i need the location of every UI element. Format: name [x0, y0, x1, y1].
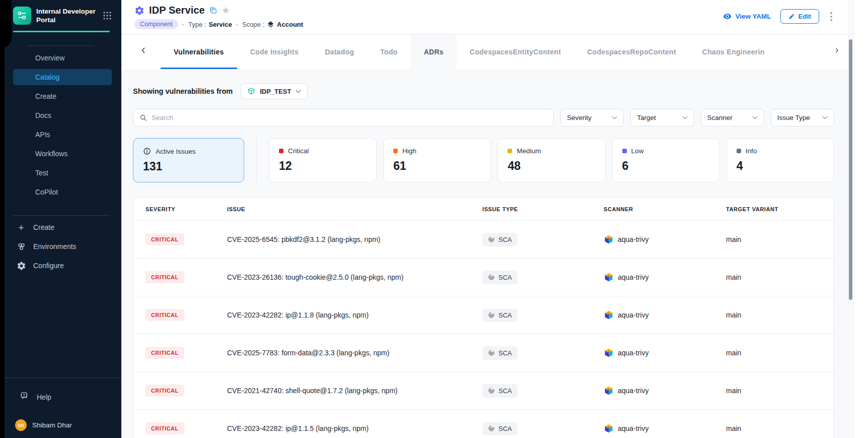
- vertical-scrollbar-thumb[interactable]: [849, 39, 852, 300]
- user-menu[interactable]: SD Shibam Dhar: [0, 403, 121, 438]
- tab-vulnerabilities[interactable]: Vulnerabilities: [161, 34, 237, 69]
- trivy-scanner-icon: [604, 348, 614, 358]
- table-row[interactable]: CRITICAL CVE-2023-42282: ip@1.1.8 (lang-…: [133, 296, 834, 334]
- eye-icon: [723, 12, 732, 21]
- help-button[interactable]: ? Help: [0, 378, 121, 403]
- vulnerabilities-panel: Showing vulnerabilities from IDP_TEST: [121, 69, 848, 438]
- scanner-cell: aqua-trivy: [604, 423, 726, 433]
- target-filter-dropdown[interactable]: Target: [630, 109, 694, 127]
- copy-icon[interactable]: [209, 7, 217, 14]
- medium-count: 48: [508, 159, 595, 173]
- sidebar-item-overview[interactable]: Overview: [13, 50, 112, 66]
- fingerprint-icon: [488, 425, 495, 432]
- sidebar-item-catalog[interactable]: Catalog: [13, 69, 112, 85]
- search-input[interactable]: [152, 114, 547, 121]
- type-label: Type :: [188, 21, 206, 28]
- severity-badge: CRITICAL: [146, 233, 184, 245]
- sidebar-item-workflows[interactable]: Workflows: [13, 146, 112, 162]
- critical-card[interactable]: Critical 12: [269, 138, 377, 182]
- vulnerabilities-table: SEVERITY ISSUE ISSUE TYPE SCANNER TARGET…: [133, 197, 834, 438]
- sidebar-item-create[interactable]: Create: [13, 88, 112, 104]
- tab-codespaces-repo-content[interactable]: CodespacesRepoContent: [574, 34, 689, 69]
- sidebar-item-apis[interactable]: APIs: [13, 127, 112, 143]
- scope-label: Scope :: [242, 21, 264, 28]
- severity-badge: CRITICAL: [146, 347, 184, 359]
- column-target-variant: TARGET VARIANT: [726, 206, 834, 212]
- app-window: Internal Developer Portal Overview Catal…: [0, 0, 868, 438]
- issue-cell: CVE-2025-6545: pbkdf2@3.1.2 (lang-pkgs, …: [227, 235, 482, 243]
- entity-kind-badge[interactable]: Component: [134, 19, 178, 29]
- tabs-scroll-right-icon[interactable]: [833, 46, 841, 54]
- window-edge-artifact: [0, 0, 5, 438]
- gear-icon: [16, 261, 26, 271]
- portal-logo[interactable]: [13, 7, 31, 25]
- column-scanner: SCANNER: [604, 206, 726, 212]
- table-header: SEVERITY ISSUE ISSUE TYPE SCANNER TARGET…: [133, 198, 834, 220]
- scanner-cell: aqua-trivy: [604, 272, 726, 282]
- page-title: IDP Service: [149, 5, 205, 16]
- high-dot: [393, 149, 398, 153]
- target-variant-cell: main: [726, 387, 834, 395]
- dot-separator: ·: [182, 21, 184, 28]
- low-card[interactable]: Low 6: [612, 138, 720, 182]
- edit-button-label: Edit: [799, 13, 812, 20]
- high-count: 61: [393, 159, 481, 173]
- fingerprint-icon: [488, 274, 495, 281]
- sidebar-item-copilot[interactable]: CoPilot: [13, 184, 112, 200]
- chevron-down-icon: [612, 116, 617, 119]
- help-chat-icon: ?: [20, 391, 30, 403]
- source-dropdown[interactable]: IDP_TEST: [241, 83, 308, 99]
- star-icon[interactable]: [222, 6, 230, 15]
- high-card[interactable]: High 61: [383, 138, 491, 182]
- issue-type-filter-dropdown[interactable]: Issue Type: [771, 109, 834, 127]
- edit-button[interactable]: Edit: [780, 9, 820, 24]
- sidebar-action-label: Create: [33, 223, 54, 231]
- table-row[interactable]: CRITICAL CVE-2023-26136: tough-cookie@2.…: [133, 258, 834, 296]
- brand-accent-rule: [13, 31, 110, 32]
- scanner-cell: aqua-trivy: [604, 310, 726, 320]
- issue-cell: CVE-2023-42282: ip@1.1.8 (lang-pkgs, npm…: [227, 311, 482, 319]
- tab-codespaces-entity-content[interactable]: CodespacesEntityContent: [457, 34, 574, 69]
- fingerprint-icon: [488, 311, 495, 319]
- entity-tabbar: Vulnerabilities Code Insights Datadog To…: [121, 34, 848, 69]
- layers-icon: [267, 21, 274, 28]
- apps-grid-icon[interactable]: [102, 11, 112, 21]
- scanner-cell: aqua-trivy: [604, 386, 726, 396]
- severity-filter-dropdown[interactable]: Severity: [560, 109, 624, 127]
- help-label: Help: [37, 393, 51, 401]
- sidebar-action-create[interactable]: + Create: [10, 220, 112, 235]
- tab-adrs[interactable]: ADRs: [411, 34, 457, 69]
- table-row[interactable]: CRITICAL CVE-2025-6545: pbkdf2@3.1.2 (la…: [133, 220, 834, 258]
- more-options-kebab-icon[interactable]: [828, 10, 834, 23]
- view-yaml-link[interactable]: View YAML: [723, 12, 771, 21]
- chevron-down-icon: [822, 116, 828, 119]
- sidebar-divider: [28, 45, 94, 46]
- info-card[interactable]: Info 4: [727, 138, 834, 182]
- info-dot: [737, 149, 741, 153]
- tab-code-insights[interactable]: Code Insights: [237, 34, 312, 69]
- active-issues-card[interactable]: Active Issues 131: [133, 138, 244, 182]
- scanner-cell: aqua-trivy: [604, 234, 726, 244]
- pencil-icon: [788, 13, 795, 20]
- sidebar-action-environments[interactable]: Environments: [10, 239, 112, 254]
- sidebar-action-configure[interactable]: Configure: [10, 258, 112, 273]
- trivy-scanner-icon: [604, 386, 614, 396]
- sidebar-item-test[interactable]: Test: [13, 165, 112, 181]
- scanner-filter-dropdown[interactable]: Scanner: [701, 109, 764, 127]
- table-row[interactable]: CRITICAL CVE-2025-7783: form-data@2.3.3 …: [133, 334, 834, 371]
- tab-chaos-engineering[interactable]: Chaos Engineerin: [689, 34, 778, 69]
- sidebar-item-docs[interactable]: Docs: [13, 107, 112, 123]
- critical-label: Critical: [288, 147, 309, 155]
- table-row[interactable]: CRITICAL CVE-2021-42740: shell-quote@1.7…: [133, 371, 834, 409]
- issue-cell: CVE-2023-26136: tough-cookie@2.5.0 (lang…: [227, 273, 482, 281]
- sidebar-divider: [13, 215, 110, 216]
- medium-card[interactable]: Medium 48: [497, 138, 605, 182]
- service-gear-icon: [134, 6, 144, 16]
- chevron-down-icon: [296, 90, 301, 93]
- scanner-cell: aqua-trivy: [604, 348, 726, 358]
- severity-badge: CRITICAL: [146, 422, 184, 434]
- tab-datadog[interactable]: Datadog: [312, 34, 367, 69]
- tab-todo[interactable]: Todo: [367, 34, 410, 69]
- filter-label: Severity: [567, 114, 592, 121]
- table-row[interactable]: CRITICAL CVE-2023-42282: ip@1.1.5 (lang-…: [133, 409, 834, 438]
